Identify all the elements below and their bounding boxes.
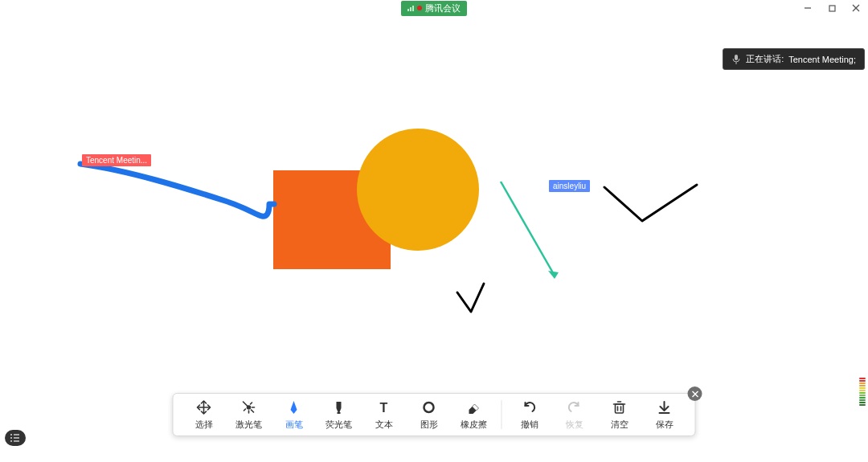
teal-arrow-line — [501, 182, 555, 276]
tool-shape-label: 图形 — [420, 419, 438, 431]
titlebar: 腾讯会议 — [0, 0, 868, 16]
tool-undo-label: 撤销 — [521, 419, 538, 431]
eraser-icon — [466, 399, 482, 416]
tool-select-label: 选择 — [195, 419, 213, 431]
shape-icon — [421, 399, 437, 416]
window-controls — [796, 0, 868, 16]
pen-icon — [286, 399, 302, 416]
laser-icon — [241, 399, 257, 416]
tool-redo: 恢复 — [552, 399, 597, 431]
tool-pen[interactable]: 画笔 — [272, 399, 317, 431]
svg-line-12 — [244, 409, 246, 411]
tool-highlighter-label: 荧光笔 — [326, 419, 352, 431]
blue-freehand-stroke — [80, 164, 274, 216]
signal-icon — [407, 6, 414, 11]
tool-laser[interactable]: 激光笔 — [227, 399, 272, 431]
tool-clear[interactable]: 清空 — [597, 399, 642, 431]
minimize-button[interactable] — [796, 0, 820, 16]
tool-undo[interactable]: 撤销 — [507, 399, 552, 431]
svg-point-27 — [10, 434, 12, 435]
annotation-user-tag-1: Tencent Meetin... — [82, 154, 151, 166]
black-check-small — [457, 284, 484, 312]
highlighter-icon — [331, 399, 347, 416]
list-icon — [10, 433, 21, 443]
undo-icon — [522, 399, 538, 416]
black-check-large — [604, 185, 697, 221]
svg-point-16 — [248, 406, 251, 409]
tool-laser-label: 激光笔 — [235, 419, 262, 431]
tool-select[interactable]: 选择 — [182, 399, 227, 431]
svg-point-31 — [10, 440, 12, 442]
tool-text-label: 文本 — [375, 419, 393, 431]
tool-shape[interactable]: 图形 — [407, 399, 452, 431]
app-title: 腾讯会议 — [425, 2, 461, 14]
tool-save-label: 保存 — [656, 419, 674, 431]
participants-pill-button[interactable] — [5, 430, 26, 446]
text-icon: T — [376, 399, 392, 416]
tool-eraser-label: 橡皮擦 — [461, 419, 487, 431]
svg-line-15 — [252, 410, 254, 412]
tool-highlighter[interactable]: 荧光笔 — [317, 399, 362, 431]
toolbar-close-button[interactable] — [688, 386, 702, 401]
app-title-pill: 腾讯会议 — [401, 1, 467, 16]
tool-clear-label: 清空 — [611, 419, 628, 431]
move-icon — [196, 399, 212, 416]
svg-text:T: T — [380, 401, 388, 415]
svg-rect-1 — [829, 6, 835, 11]
annotation-user-tag-2: ainsleyliu — [549, 180, 590, 192]
download-icon — [657, 399, 673, 416]
tool-text[interactable]: T 文本 — [362, 399, 407, 431]
audio-level-meter — [859, 364, 866, 406]
svg-point-29 — [10, 437, 12, 439]
tool-redo-label: 恢复 — [566, 419, 583, 431]
annotation-toolbar: 选择 激光笔 画笔 荧光笔 T 文本 图形 橡皮擦 — [173, 393, 696, 436]
tool-eraser[interactable]: 橡皮擦 — [452, 399, 497, 431]
maximize-button[interactable] — [820, 0, 844, 16]
svg-rect-17 — [338, 412, 341, 414]
teal-arrow-head-icon — [548, 271, 559, 279]
trash-icon — [612, 399, 628, 416]
tool-pen-label: 画笔 — [285, 419, 303, 431]
tool-save[interactable]: 保存 — [642, 399, 687, 431]
svg-point-19 — [424, 403, 434, 412]
record-dot-icon — [417, 6, 422, 10]
close-window-button[interactable] — [844, 0, 868, 16]
redo-icon — [567, 399, 583, 416]
svg-rect-20 — [616, 404, 624, 413]
svg-line-11 — [251, 403, 252, 404]
toolbar-divider — [502, 400, 502, 429]
